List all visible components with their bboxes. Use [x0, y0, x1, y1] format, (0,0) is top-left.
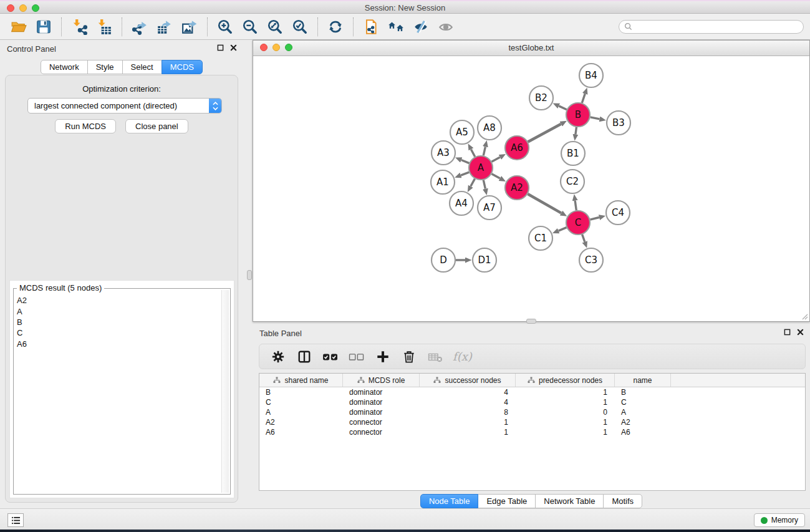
graph-node-C[interactable]: C	[566, 211, 590, 235]
delete-columns-icon[interactable]	[400, 348, 418, 365]
float-panel-icon[interactable]	[217, 44, 224, 51]
delete-table-icon[interactable]	[427, 348, 444, 365]
graph-node-D1[interactable]: D1	[473, 248, 496, 272]
table-row[interactable]: C dominator 4 1 C	[259, 397, 805, 407]
table-row[interactable]: A dominator 8 0 A	[259, 407, 805, 417]
graph-edge-B-B3[interactable]	[591, 117, 600, 119]
graph-node-A7[interactable]: A7	[478, 196, 501, 220]
float-panel-icon[interactable]	[784, 329, 791, 336]
list-item[interactable]: C	[15, 327, 220, 338]
result-list-scrollbar[interactable]	[221, 290, 229, 493]
graph-edge-C-C4[interactable]	[590, 218, 599, 220]
run-mcds-button[interactable]: Run MCDS	[55, 119, 116, 133]
graph-node-C1[interactable]: C1	[529, 226, 552, 250]
graph-node-C3[interactable]: C3	[579, 248, 603, 272]
graph-node-A1[interactable]: A1	[431, 170, 455, 194]
graph-node-A[interactable]: A	[469, 156, 493, 180]
graph-edge-A-A8[interactable]	[483, 147, 485, 155]
graph-node-B3[interactable]: B3	[607, 111, 630, 135]
show-graphics-details-icon[interactable]	[436, 17, 455, 36]
save-session-icon[interactable]	[34, 17, 53, 36]
column-header-successor-nodes[interactable]: successor nodes	[420, 374, 516, 387]
tab-mcds[interactable]: MCDS	[162, 60, 203, 74]
zoom-out-icon[interactable]	[241, 17, 259, 36]
graph-edge-A-A5[interactable]	[471, 149, 475, 157]
graph-edge-A-A3[interactable]	[461, 160, 470, 163]
table-row[interactable]: A2 connector 1 1 A2	[259, 417, 805, 427]
graph-edge-C-C3[interactable]	[582, 235, 585, 242]
graph-edge-A-A6[interactable]	[492, 157, 500, 162]
graph-edge-A-A1[interactable]	[461, 172, 469, 175]
graph-edge-B-B4[interactable]	[582, 94, 585, 103]
network-window-titlebar[interactable]: testGlobe.txt	[253, 41, 809, 56]
network-canvas[interactable]: B4B2BB3A8A5A6A3B1AA1C2A2A4A7C4CC1C3DD1	[253, 56, 809, 321]
table-row[interactable]: A6 connector 1 1 A6	[259, 427, 805, 437]
import-network-file-icon[interactable]	[70, 17, 89, 36]
function-builder-icon[interactable]: f(x)	[453, 350, 472, 363]
graph-node-A2[interactable]: A2	[505, 176, 529, 200]
open-session-icon[interactable]	[9, 17, 28, 36]
graph-edge-A-A4[interactable]	[471, 179, 475, 186]
column-header-name[interactable]: name	[615, 374, 671, 387]
select-all-columns-icon[interactable]	[322, 348, 339, 365]
search-input[interactable]	[635, 22, 798, 31]
optimization-criterion-dropdown[interactable]: largest connected component (directed)	[27, 98, 222, 114]
graph-node-B1[interactable]: B1	[561, 142, 585, 165]
graph-node-B[interactable]: B	[566, 103, 590, 127]
hide-graphics-details-icon[interactable]	[412, 17, 430, 36]
memory-button[interactable]: Memory	[754, 513, 805, 527]
close-panel-icon[interactable]	[797, 329, 804, 336]
graph-edge-C-C2[interactable]	[575, 201, 576, 210]
graph-edge-A6-B[interactable]	[528, 124, 561, 142]
graph-edge-C-C1[interactable]	[559, 228, 567, 231]
show-panels-menu-button[interactable]	[7, 513, 24, 527]
zoom-fit-icon[interactable]	[266, 17, 284, 36]
export-network-icon[interactable]	[130, 17, 149, 36]
import-table-file-icon[interactable]	[95, 17, 113, 36]
graph-node-B4[interactable]: B4	[579, 64, 603, 87]
column-header-predecessor-nodes[interactable]: predecessor nodes	[516, 374, 615, 387]
vertical-split-handle[interactable]	[247, 270, 252, 280]
tab-edge-table[interactable]: Edge Table	[478, 494, 536, 508]
graph-edge-A-A7[interactable]	[483, 180, 485, 189]
graph-node-C4[interactable]: C4	[606, 201, 630, 225]
list-item[interactable]: A2	[15, 295, 220, 306]
list-item[interactable]: A	[15, 306, 220, 316]
graph-edge-B-B1[interactable]	[576, 127, 576, 134]
split-panel-icon[interactable]	[296, 348, 313, 365]
create-column-icon[interactable]	[374, 348, 392, 365]
tab-network[interactable]: Network	[41, 60, 88, 74]
apply-layout-icon[interactable]	[326, 17, 345, 36]
graph-edge-A-A2[interactable]	[492, 174, 500, 178]
graph-edge-B-B2[interactable]	[559, 106, 567, 110]
column-header-shared-name[interactable]: shared name	[259, 374, 343, 387]
tab-style[interactable]: Style	[87, 60, 123, 74]
list-item[interactable]: B	[15, 317, 220, 327]
first-neighbors-icon[interactable]	[387, 17, 405, 36]
graph-node-A4[interactable]: A4	[450, 191, 473, 215]
window-resize-grip[interactable]	[801, 312, 808, 320]
graph-node-C2[interactable]: C2	[561, 170, 584, 193]
close-panel-icon[interactable]	[230, 44, 237, 51]
export-table-icon[interactable]	[155, 17, 174, 36]
tab-network-table[interactable]: Network Table	[535, 494, 604, 508]
zoom-selected-icon[interactable]	[291, 17, 309, 36]
zoom-in-icon[interactable]	[216, 17, 234, 36]
graph-edge-A2-C[interactable]	[528, 194, 561, 213]
tab-node-table[interactable]: Node Table	[420, 494, 479, 508]
horizontal-split-handle[interactable]	[526, 319, 536, 324]
graph-node-A3[interactable]: A3	[432, 141, 455, 165]
graph-node-A8[interactable]: A8	[478, 116, 501, 140]
column-header-mcds-role[interactable]: MCDS role	[343, 374, 420, 387]
deselect-all-columns-icon[interactable]	[348, 348, 365, 365]
list-item[interactable]: A6	[15, 339, 220, 349]
graph-node-A6[interactable]: A6	[505, 136, 529, 160]
graph-node-B2[interactable]: B2	[529, 86, 553, 110]
graph-node-D[interactable]: D	[432, 248, 455, 272]
column-settings-icon[interactable]	[269, 348, 287, 365]
tab-select[interactable]: Select	[122, 60, 162, 74]
search-field[interactable]	[619, 20, 804, 34]
tab-motifs[interactable]: Motifs	[603, 494, 642, 508]
table-row[interactable]: B dominator 4 1 B	[259, 387, 805, 397]
network-from-selection-icon[interactable]	[362, 17, 380, 36]
